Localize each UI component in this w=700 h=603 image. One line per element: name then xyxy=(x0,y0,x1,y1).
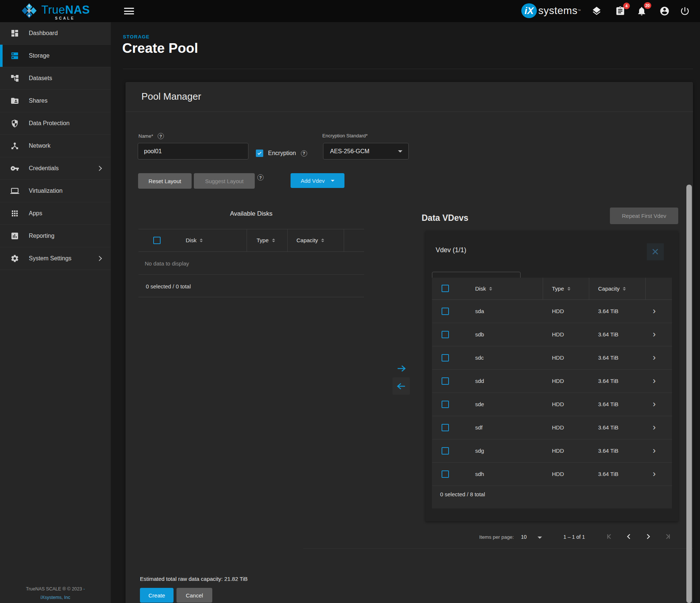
sidebar-item-virtualization[interactable]: Virtualization xyxy=(0,180,111,202)
pool-name-input[interactable] xyxy=(138,143,248,160)
row-checkbox[interactable] xyxy=(442,308,449,315)
truenas-logo-icon[interactable] xyxy=(21,3,38,20)
column-header-capacity[interactable]: Capacity xyxy=(598,285,626,292)
available-disks-table: Disk Type Capacity No data to display 0 … xyxy=(138,229,364,297)
column-header-type[interactable]: Type xyxy=(552,285,570,292)
title-divider xyxy=(123,69,693,69)
encryption-standard-select[interactable]: AES-256-GCM xyxy=(323,143,409,160)
row-checkbox[interactable] xyxy=(442,447,449,455)
row-checkbox[interactable] xyxy=(442,354,449,362)
truecommand-icon[interactable] xyxy=(591,6,602,16)
disk-row-sde[interactable]: sde HDD 3.64 TiB xyxy=(432,393,672,416)
expand-chevron-icon[interactable] xyxy=(653,376,656,386)
repeat-first-vdev-button[interactable]: Repeat First Vdev xyxy=(610,208,678,224)
row-checkbox[interactable] xyxy=(442,424,449,431)
help-icon[interactable] xyxy=(158,133,164,139)
disk-row-sdf[interactable]: sdf HDD 3.64 TiB xyxy=(432,416,672,439)
arrow-right-icon xyxy=(396,363,407,374)
cancel-button[interactable]: Cancel xyxy=(176,588,212,603)
sidebar-item-storage[interactable]: Storage xyxy=(0,45,111,67)
column-divider xyxy=(287,229,288,252)
sidebar-item-dashboard[interactable]: Dashboard xyxy=(0,22,111,45)
move-left-button[interactable] xyxy=(392,377,410,395)
selection-summary: 0 selected / 0 total xyxy=(146,283,191,289)
chevron-down-icon[interactable] xyxy=(538,537,542,539)
expand-chevron-icon[interactable] xyxy=(653,306,656,316)
help-icon[interactable] xyxy=(301,150,307,157)
vdev-disks-table: Disk Type Capacity xyxy=(432,278,672,508)
column-header-capacity[interactable]: Capacity xyxy=(296,237,324,243)
available-disks-title: Available Disks xyxy=(138,210,364,217)
sidebar-item-system-settings[interactable]: System Settings xyxy=(0,247,111,270)
next-page-button[interactable] xyxy=(641,529,656,544)
expand-chevron-icon[interactable] xyxy=(653,446,656,455)
table-header-row: Disk Type Capacity xyxy=(138,229,364,252)
network-icon xyxy=(10,141,19,150)
suggest-layout-button[interactable]: Suggest Layout xyxy=(194,173,255,189)
select-all-checkbox[interactable] xyxy=(442,285,449,292)
row-checkbox[interactable] xyxy=(442,377,449,385)
last-page-button[interactable] xyxy=(660,529,675,544)
expand-chevron-icon[interactable] xyxy=(653,469,656,479)
breadcrumb[interactable]: STORAGE xyxy=(123,34,150,40)
create-button[interactable]: Create xyxy=(140,588,174,603)
paginator-divider xyxy=(303,548,693,549)
first-page-button[interactable] xyxy=(602,529,617,544)
reset-layout-button[interactable]: Reset Layout xyxy=(138,173,192,189)
sort-icon xyxy=(489,287,492,291)
expand-chevron-icon[interactable] xyxy=(653,422,656,432)
disk-row-sda[interactable]: sda HDD 3.64 TiB xyxy=(432,300,672,323)
gear-icon xyxy=(10,254,19,263)
row-checkbox[interactable] xyxy=(442,401,449,408)
column-header-disk[interactable]: Disk xyxy=(186,237,203,243)
pool-manager-card: Pool Manager Name* Encryption Encryption… xyxy=(126,82,693,603)
items-per-page-label: Items per page: xyxy=(479,534,514,540)
expand-chevron-icon[interactable] xyxy=(653,329,656,339)
sort-icon xyxy=(272,239,275,242)
disk-row-sdd[interactable]: sdd HDD 3.64 TiB xyxy=(432,370,672,393)
account-icon[interactable] xyxy=(659,6,670,16)
column-header-disk[interactable]: Disk xyxy=(475,285,492,292)
sidebar-item-data-protection[interactable]: Data Protection xyxy=(0,112,111,135)
select-all-checkbox[interactable] xyxy=(153,237,161,244)
encryption-field: Encryption xyxy=(256,150,307,157)
sort-icon xyxy=(321,239,324,242)
items-per-page-value[interactable]: 10 xyxy=(521,534,527,540)
apps-grid-icon xyxy=(10,209,19,218)
sidebar-item-datasets[interactable]: Datasets xyxy=(0,67,111,90)
sidebar-item-credentials[interactable]: Credentials xyxy=(0,157,111,180)
shares-icon xyxy=(10,96,19,105)
previous-page-button[interactable] xyxy=(621,529,636,544)
power-icon[interactable] xyxy=(680,6,690,16)
sidebar-item-network[interactable]: Network xyxy=(0,135,111,157)
footer-ixsystems-link[interactable]: iXsystems, Inc xyxy=(0,595,111,600)
shield-icon xyxy=(10,119,19,128)
table-header-row: Disk Type Capacity xyxy=(432,278,672,300)
row-checkbox[interactable] xyxy=(442,470,449,478)
sidebar-item-reporting[interactable]: Reporting xyxy=(0,225,111,247)
disk-row-sdg[interactable]: sdg HDD 3.64 TiB xyxy=(432,439,672,463)
sidebar-nav: Dashboard Storage Datasets Shares Data P… xyxy=(0,22,111,603)
sidebar-item-apps[interactable]: Apps xyxy=(0,202,111,225)
help-icon[interactable] xyxy=(257,174,264,181)
row-checkbox[interactable] xyxy=(442,331,449,338)
disk-row-sdh[interactable]: sdh HDD 3.64 TiB xyxy=(432,463,672,486)
encryption-checkbox[interactable] xyxy=(256,150,263,157)
disk-row-sdc[interactable]: sdc HDD 3.64 TiB xyxy=(432,346,672,370)
card-scrollbar[interactable] xyxy=(686,185,692,603)
expand-chevron-icon[interactable] xyxy=(653,399,656,409)
laptop-icon xyxy=(10,186,19,195)
menu-toggle-icon[interactable] xyxy=(124,7,134,16)
column-header-type[interactable]: Type xyxy=(257,237,275,243)
encryption-label: Encryption xyxy=(268,150,296,157)
alerts-badge: 20 xyxy=(644,2,651,9)
move-right-button[interactable] xyxy=(392,360,410,377)
expand-chevron-icon[interactable] xyxy=(653,353,656,362)
close-icon[interactable] xyxy=(647,243,664,260)
add-vdev-button[interactable]: Add Vdev xyxy=(291,173,344,188)
disk-row-sdb[interactable]: sdb HDD 3.64 TiB xyxy=(432,323,672,346)
chevron-right-icon xyxy=(97,256,102,261)
sidebar-item-shares[interactable]: Shares xyxy=(0,90,111,112)
bar-chart-icon xyxy=(10,232,19,240)
arrow-left-icon xyxy=(396,381,407,392)
